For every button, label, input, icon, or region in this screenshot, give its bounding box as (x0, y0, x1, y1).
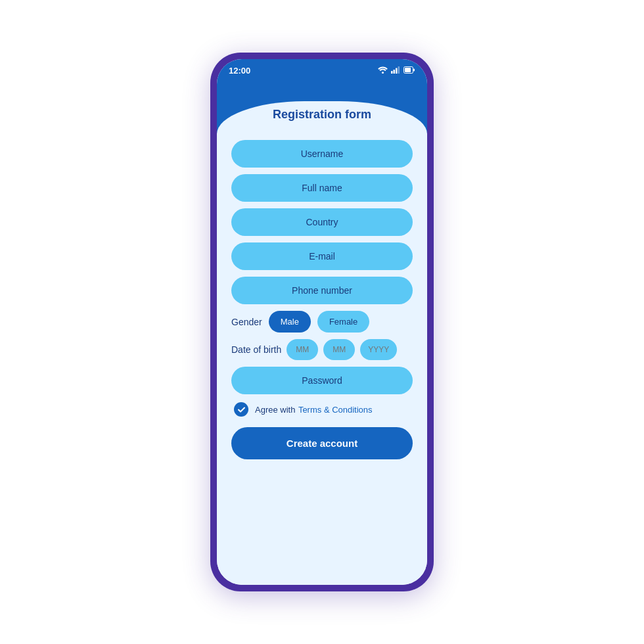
svg-rect-4 (398, 66, 400, 74)
phone-frame: 12:00 (210, 53, 434, 591)
svg-rect-2 (394, 70, 396, 74)
country-input[interactable] (231, 208, 413, 236)
terms-link[interactable]: Terms & Conditions (298, 405, 373, 415)
dob-label: Date of birth (231, 344, 281, 355)
gender-row: Gender Male Female (231, 311, 413, 333)
form-title: Registration form (217, 108, 427, 122)
agree-row: Agree with Terms & Conditions (231, 401, 413, 418)
gender-male-button[interactable]: Male (269, 311, 311, 333)
header-wave: Registration form (217, 81, 427, 133)
phone-input[interactable] (231, 277, 413, 304)
phone-screen: 12:00 (217, 59, 427, 585)
gender-female-button[interactable]: Female (317, 311, 369, 333)
svg-rect-6 (405, 68, 411, 72)
status-icons (378, 66, 415, 76)
svg-rect-7 (413, 68, 415, 71)
status-bar: 12:00 (217, 59, 427, 81)
create-account-button[interactable]: Create account (231, 427, 413, 459)
signal-icon (391, 66, 400, 76)
password-input[interactable] (231, 367, 413, 394)
terms-checkbox[interactable] (234, 402, 248, 417)
username-input[interactable] (231, 140, 413, 168)
dob-year-input[interactable] (360, 339, 397, 360)
form-content: Gender Male Female Date of birth (217, 133, 427, 585)
wifi-icon (378, 66, 388, 76)
dob-day-input[interactable] (323, 339, 355, 360)
email-input[interactable] (231, 242, 413, 270)
svg-rect-3 (396, 68, 398, 74)
gender-label: Gender (231, 317, 262, 327)
status-time: 12:00 (229, 66, 250, 76)
battery-icon (403, 66, 415, 76)
fullname-input[interactable] (231, 174, 413, 202)
dob-month-input[interactable] (287, 339, 318, 360)
dob-row: Date of birth (231, 339, 413, 360)
agree-text: Agree with Terms & Conditions (255, 403, 373, 415)
svg-point-0 (382, 72, 384, 74)
svg-rect-1 (391, 71, 393, 74)
